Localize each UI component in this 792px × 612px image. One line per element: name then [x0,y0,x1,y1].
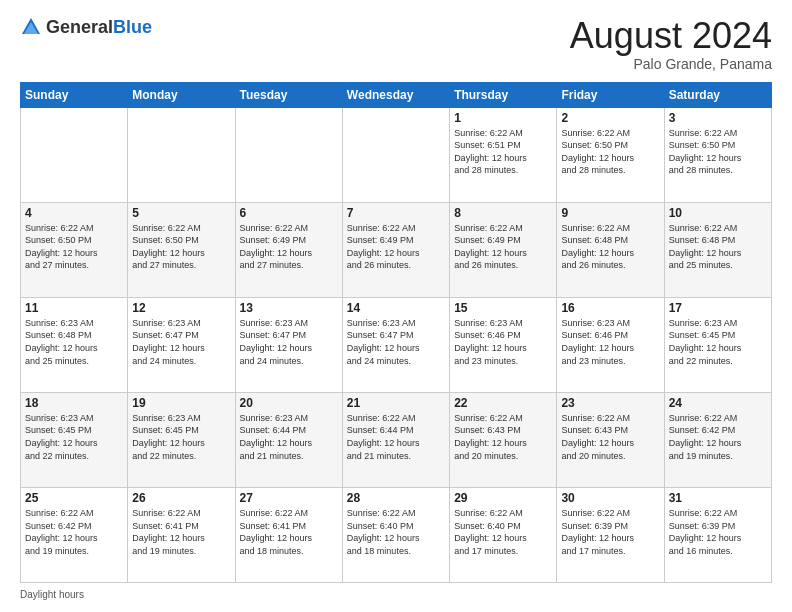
day-info: Sunrise: 6:23 AM Sunset: 6:47 PM Dayligh… [240,317,338,367]
calendar-cell: 5Sunrise: 6:22 AM Sunset: 6:50 PM Daylig… [128,202,235,297]
calendar-cell: 9Sunrise: 6:22 AM Sunset: 6:48 PM Daylig… [557,202,664,297]
location: Palo Grande, Panama [570,56,772,72]
calendar-cell [342,107,449,202]
day-info: Sunrise: 6:22 AM Sunset: 6:43 PM Dayligh… [561,412,659,462]
header-tuesday: Tuesday [235,82,342,107]
calendar-week-5: 25Sunrise: 6:22 AM Sunset: 6:42 PM Dayli… [21,487,772,582]
day-number: 3 [669,111,767,125]
day-number: 28 [347,491,445,505]
calendar-cell: 16Sunrise: 6:23 AM Sunset: 6:46 PM Dayli… [557,297,664,392]
day-info: Sunrise: 6:22 AM Sunset: 6:50 PM Dayligh… [132,222,230,272]
day-number: 15 [454,301,552,315]
day-info: Sunrise: 6:23 AM Sunset: 6:47 PM Dayligh… [347,317,445,367]
day-number: 4 [25,206,123,220]
header-monday: Monday [128,82,235,107]
calendar-cell [235,107,342,202]
calendar-cell: 14Sunrise: 6:23 AM Sunset: 6:47 PM Dayli… [342,297,449,392]
calendar-cell: 13Sunrise: 6:23 AM Sunset: 6:47 PM Dayli… [235,297,342,392]
calendar-cell: 2Sunrise: 6:22 AM Sunset: 6:50 PM Daylig… [557,107,664,202]
day-info: Sunrise: 6:22 AM Sunset: 6:43 PM Dayligh… [454,412,552,462]
day-number: 13 [240,301,338,315]
day-number: 29 [454,491,552,505]
logo-general: General [46,17,113,37]
footer: Daylight hours [20,589,772,600]
day-number: 16 [561,301,659,315]
day-number: 22 [454,396,552,410]
day-info: Sunrise: 6:23 AM Sunset: 6:46 PM Dayligh… [454,317,552,367]
header-saturday: Saturday [664,82,771,107]
day-info: Sunrise: 6:22 AM Sunset: 6:49 PM Dayligh… [240,222,338,272]
day-number: 23 [561,396,659,410]
day-number: 25 [25,491,123,505]
day-info: Sunrise: 6:22 AM Sunset: 6:50 PM Dayligh… [561,127,659,177]
calendar-week-4: 18Sunrise: 6:23 AM Sunset: 6:45 PM Dayli… [21,392,772,487]
day-number: 2 [561,111,659,125]
header-sunday: Sunday [21,82,128,107]
day-number: 21 [347,396,445,410]
calendar-cell: 6Sunrise: 6:22 AM Sunset: 6:49 PM Daylig… [235,202,342,297]
month-year: August 2024 [570,16,772,56]
calendar-week-2: 4Sunrise: 6:22 AM Sunset: 6:50 PM Daylig… [21,202,772,297]
day-number: 26 [132,491,230,505]
logo-icon [20,16,42,38]
calendar-cell: 22Sunrise: 6:22 AM Sunset: 6:43 PM Dayli… [450,392,557,487]
day-number: 8 [454,206,552,220]
page: GeneralBlue August 2024 Palo Grande, Pan… [0,0,792,612]
day-number: 30 [561,491,659,505]
header: GeneralBlue August 2024 Palo Grande, Pan… [20,16,772,72]
day-info: Sunrise: 6:23 AM Sunset: 6:46 PM Dayligh… [561,317,659,367]
calendar-cell: 19Sunrise: 6:23 AM Sunset: 6:45 PM Dayli… [128,392,235,487]
calendar-week-3: 11Sunrise: 6:23 AM Sunset: 6:48 PM Dayli… [21,297,772,392]
calendar-cell [128,107,235,202]
day-number: 24 [669,396,767,410]
day-number: 14 [347,301,445,315]
calendar-cell: 23Sunrise: 6:22 AM Sunset: 6:43 PM Dayli… [557,392,664,487]
day-number: 31 [669,491,767,505]
day-number: 5 [132,206,230,220]
calendar-cell: 31Sunrise: 6:22 AM Sunset: 6:39 PM Dayli… [664,487,771,582]
daylight-label: Daylight hours [20,589,84,600]
calendar-body: 1Sunrise: 6:22 AM Sunset: 6:51 PM Daylig… [21,107,772,582]
calendar-table: Sunday Monday Tuesday Wednesday Thursday… [20,82,772,583]
day-info: Sunrise: 6:22 AM Sunset: 6:42 PM Dayligh… [25,507,123,557]
day-info: Sunrise: 6:22 AM Sunset: 6:39 PM Dayligh… [669,507,767,557]
calendar-cell: 3Sunrise: 6:22 AM Sunset: 6:50 PM Daylig… [664,107,771,202]
day-info: Sunrise: 6:22 AM Sunset: 6:48 PM Dayligh… [561,222,659,272]
day-info: Sunrise: 6:22 AM Sunset: 6:39 PM Dayligh… [561,507,659,557]
day-info: Sunrise: 6:22 AM Sunset: 6:41 PM Dayligh… [240,507,338,557]
calendar-cell: 30Sunrise: 6:22 AM Sunset: 6:39 PM Dayli… [557,487,664,582]
calendar-cell: 27Sunrise: 6:22 AM Sunset: 6:41 PM Dayli… [235,487,342,582]
day-number: 27 [240,491,338,505]
logo-blue: Blue [113,17,152,37]
day-info: Sunrise: 6:22 AM Sunset: 6:50 PM Dayligh… [669,127,767,177]
calendar-header: Sunday Monday Tuesday Wednesday Thursday… [21,82,772,107]
day-number: 11 [25,301,123,315]
calendar-cell: 25Sunrise: 6:22 AM Sunset: 6:42 PM Dayli… [21,487,128,582]
day-number: 10 [669,206,767,220]
day-info: Sunrise: 6:23 AM Sunset: 6:45 PM Dayligh… [132,412,230,462]
header-thursday: Thursday [450,82,557,107]
logo: GeneralBlue [20,16,152,38]
calendar-cell [21,107,128,202]
calendar-cell: 7Sunrise: 6:22 AM Sunset: 6:49 PM Daylig… [342,202,449,297]
calendar-cell: 28Sunrise: 6:22 AM Sunset: 6:40 PM Dayli… [342,487,449,582]
calendar-cell: 29Sunrise: 6:22 AM Sunset: 6:40 PM Dayli… [450,487,557,582]
day-info: Sunrise: 6:23 AM Sunset: 6:47 PM Dayligh… [132,317,230,367]
day-number: 17 [669,301,767,315]
day-info: Sunrise: 6:23 AM Sunset: 6:45 PM Dayligh… [669,317,767,367]
day-number: 1 [454,111,552,125]
day-number: 7 [347,206,445,220]
day-number: 19 [132,396,230,410]
day-info: Sunrise: 6:22 AM Sunset: 6:42 PM Dayligh… [669,412,767,462]
calendar-cell: 8Sunrise: 6:22 AM Sunset: 6:49 PM Daylig… [450,202,557,297]
day-number: 20 [240,396,338,410]
calendar-cell: 10Sunrise: 6:22 AM Sunset: 6:48 PM Dayli… [664,202,771,297]
day-info: Sunrise: 6:22 AM Sunset: 6:40 PM Dayligh… [454,507,552,557]
logo-text: GeneralBlue [46,17,152,38]
header-friday: Friday [557,82,664,107]
day-info: Sunrise: 6:22 AM Sunset: 6:51 PM Dayligh… [454,127,552,177]
header-wednesday: Wednesday [342,82,449,107]
calendar-cell: 26Sunrise: 6:22 AM Sunset: 6:41 PM Dayli… [128,487,235,582]
day-info: Sunrise: 6:22 AM Sunset: 6:44 PM Dayligh… [347,412,445,462]
day-info: Sunrise: 6:23 AM Sunset: 6:44 PM Dayligh… [240,412,338,462]
